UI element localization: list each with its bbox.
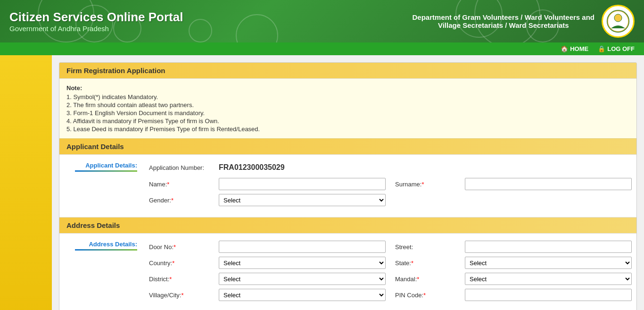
note-4: 4. Affidavit is mandatory if Premises Ty… xyxy=(66,117,629,125)
address-fields: Door No:* Street: xyxy=(144,238,636,307)
note-5: 5. Lease Deed is mandatory if Premises T… xyxy=(66,126,629,133)
home-icon: 🏠 xyxy=(561,45,568,52)
applicant-inner: Applicant Details: Application Number: F… xyxy=(59,155,636,217)
country-label: Country:* xyxy=(149,260,215,267)
page-title: Firm Registration Application xyxy=(66,67,165,75)
svg-point-1 xyxy=(614,14,622,22)
address-inner: Address Details: Door No:* xyxy=(59,234,636,310)
applicant-label: Applicant Details: xyxy=(59,159,144,212)
navbar: 🏠 HOME 🔒 LOG OFF xyxy=(0,42,644,55)
notes-title: Note: xyxy=(66,84,629,92)
notes-section: Note: 1. Symbol(*) indicates Mandatory. … xyxy=(59,79,636,139)
state-label: State:* xyxy=(395,260,461,267)
pin-code-label: PIN Code:* xyxy=(395,292,461,299)
door-no-input[interactable] xyxy=(219,241,386,253)
applicant-section: Applicant Details Applicant Details: App… xyxy=(59,139,636,218)
street-label: Street: xyxy=(395,243,461,251)
lock-icon: 🔒 xyxy=(598,45,605,52)
address-section-header: Address Details xyxy=(59,218,636,234)
dept-line1: Department of Gram Volunteers / Ward Vol… xyxy=(413,13,594,21)
applicant-section-header: Applicant Details xyxy=(59,139,636,155)
state-select[interactable]: Select xyxy=(465,257,632,269)
gender-select[interactable]: Select Male Female Transgender xyxy=(219,194,386,206)
village-city-label: Village/City:* xyxy=(149,292,215,299)
app-number-value: FRA012300035029 xyxy=(219,162,285,173)
dept-info: Department of Gram Volunteers / Ward Vol… xyxy=(413,13,594,29)
village-city-select[interactable]: Select xyxy=(219,289,386,301)
left-sidebar xyxy=(0,55,52,310)
district-label: District:* xyxy=(149,276,215,283)
portal-subtitle: Government of Andhra Pradesh xyxy=(9,25,183,33)
address-label: Address Details: xyxy=(59,238,144,307)
district-select[interactable]: Select xyxy=(219,273,386,285)
page-header: Citizen Services Online Portal Governmen… xyxy=(0,0,644,42)
header-right: Department of Gram Volunteers / Ward Vol… xyxy=(413,5,635,38)
country-select[interactable]: Select xyxy=(219,257,386,269)
gender-label: Gender:* xyxy=(149,197,215,204)
home-link[interactable]: 🏠 HOME xyxy=(561,45,588,52)
surname-input[interactable] xyxy=(465,178,632,190)
mandal-label: Mandal:* xyxy=(395,276,461,283)
emblem xyxy=(602,5,635,38)
portal-title: Citizen Services Online Portal xyxy=(9,10,183,25)
page-title-bar: Firm Registration Application xyxy=(59,63,636,79)
emblem-icon xyxy=(606,9,630,33)
applicant-fields: Application Number: FRA012300035029 Name… xyxy=(144,159,636,212)
name-label: Name:* xyxy=(149,181,215,188)
surname-label: Surname:* xyxy=(395,181,461,188)
dept-line2: Village Secretariats / Ward Secretariats xyxy=(413,21,594,29)
door-no-label: Door No:* xyxy=(149,243,215,251)
note-2: 2. The firm should contain atleast two p… xyxy=(66,101,629,109)
logoff-link[interactable]: 🔒 LOG OFF xyxy=(598,45,635,52)
address-section: Address Details Address Details: Door N xyxy=(59,218,636,310)
name-input[interactable] xyxy=(219,178,386,190)
app-number-label: Application Number: xyxy=(149,164,215,171)
note-1: 1. Symbol(*) indicates Mandatory. xyxy=(66,93,629,101)
street-input[interactable] xyxy=(465,241,632,253)
mandal-select[interactable]: Select xyxy=(465,273,632,285)
pin-code-input[interactable] xyxy=(465,289,632,301)
main-panel: Firm Registration Application Note: 1. S… xyxy=(59,62,637,310)
header-branding: Citizen Services Online Portal Governmen… xyxy=(9,10,183,33)
note-3: 3. Form-1 English Version Document is ma… xyxy=(66,109,629,117)
